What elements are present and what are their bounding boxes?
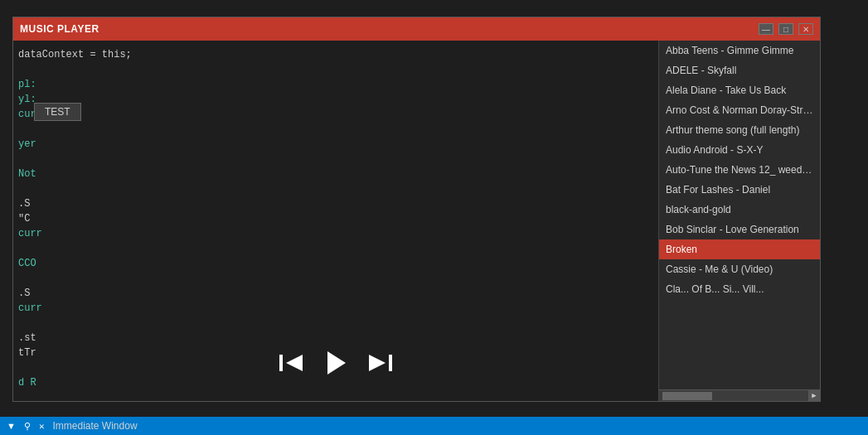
playlist-hscroll[interactable]: ▶	[659, 389, 820, 401]
playlist-panel: Abba Teens - Gimme Gimme ADELE - Skyfall…	[658, 41, 820, 401]
code-line-curr3: curr	[13, 301, 658, 316]
code-line-8	[13, 316, 658, 331]
pin-icon[interactable]: ⚲	[24, 421, 31, 432]
playlist-item-10[interactable]: Broken	[659, 239, 820, 259]
bottom-bar: ▼ ⚲ ✕ Immediate Window	[0, 417, 868, 435]
playlist-item-5[interactable]: Audio Android - S-X-Y	[659, 140, 820, 160]
title-bar-controls: — □ ✕	[759, 23, 813, 35]
previous-icon	[279, 351, 306, 375]
code-line-7	[13, 271, 658, 286]
title-bar: MUSIC PLAYER — □ ✕	[13, 17, 820, 41]
code-line-not: Not	[13, 167, 658, 181]
code-line-5	[13, 181, 658, 196]
code-line-s1: .S	[13, 196, 658, 211]
close-button[interactable]: ✕	[798, 23, 813, 35]
playlist-item-11[interactable]: Cassie - Me & U (Video)	[659, 259, 820, 279]
player-controls	[13, 350, 658, 376]
play-button[interactable]	[322, 350, 349, 376]
playlist-item-3[interactable]: Arno Cost & Norman Doray-Strong	[659, 100, 820, 120]
left-area: dataContext = this; pl: yl: curr yer Not…	[13, 41, 658, 401]
svg-rect-4	[389, 355, 392, 371]
playlist-item-4[interactable]: Arthur theme song (full length)	[659, 120, 820, 140]
music-player-window: MUSIC PLAYER — □ ✕ dataContext = this; p…	[12, 17, 821, 402]
h-scroll-thumb[interactable]	[662, 392, 712, 400]
code-line-yl: yl:	[13, 92, 658, 107]
immediate-window-label: Immediate Window	[53, 420, 138, 432]
code-line-cco: CCO	[13, 256, 658, 271]
window-title: MUSIC PLAYER	[20, 23, 99, 35]
code-line-3	[13, 122, 658, 137]
code-line-1: dataContext = this;	[13, 47, 658, 62]
code-line-dr: d R	[13, 375, 658, 390]
bottom-close-icon[interactable]: ✕	[39, 421, 45, 432]
code-line-pl: pl:	[13, 77, 658, 92]
playlist-item-2[interactable]: Alela Diane - Take Us Back	[659, 80, 820, 100]
code-line-curr2: curr	[13, 226, 658, 241]
playlist-item-12[interactable]: Cla... Of B... Si... Vill...	[659, 279, 820, 299]
code-line-curr1: curr	[13, 107, 658, 122]
code-line-4	[13, 152, 658, 167]
play-icon	[322, 350, 349, 376]
playlist-item-8[interactable]: black-and-gold	[659, 200, 820, 220]
playlist-scroll[interactable]: Abba Teens - Gimme Gimme ADELE - Skyfall…	[659, 41, 820, 389]
svg-rect-0	[279, 355, 283, 371]
restore-button[interactable]: □	[778, 23, 793, 35]
test-button[interactable]: TEST	[34, 103, 81, 121]
svg-marker-3	[369, 355, 386, 371]
bottom-arrow[interactable]: ▼	[7, 421, 16, 431]
code-line-6	[13, 241, 658, 256]
minimize-button[interactable]: —	[759, 23, 773, 35]
code-line-s2: .S	[13, 286, 658, 301]
playlist-item-6[interactable]: Auto-Tune the News 12_ weed. les	[659, 160, 820, 180]
playlist-item-1[interactable]: ADELE - Skyfall	[659, 60, 820, 80]
window-content: dataContext = this; pl: yl: curr yer Not…	[13, 41, 820, 401]
code-line-c: "C	[13, 211, 658, 226]
svg-marker-1	[286, 355, 303, 371]
next-icon	[366, 351, 392, 375]
svg-marker-2	[327, 351, 346, 375]
previous-button[interactable]	[279, 351, 306, 375]
code-line-st: .st	[13, 331, 658, 346]
code-line-2	[13, 62, 658, 77]
code-display: dataContext = this; pl: yl: curr yer Not…	[13, 41, 658, 397]
next-button[interactable]	[366, 351, 392, 375]
scroll-right-arrow[interactable]: ▶	[808, 390, 820, 402]
playlist-item-7[interactable]: Bat For Lashes - Daniel	[659, 180, 820, 200]
code-line-yer: yer	[13, 137, 658, 152]
playlist-item-0[interactable]: Abba Teens - Gimme Gimme	[659, 41, 820, 60]
playlist-item-9[interactable]: Bob Sinclar - Love Generation	[659, 220, 820, 239]
